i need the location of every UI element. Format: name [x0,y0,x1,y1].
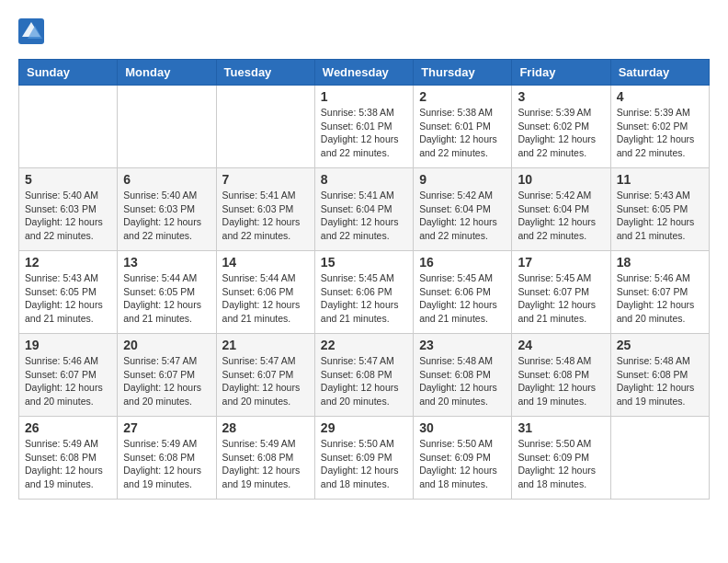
day-number: 6 [123,172,210,187]
day-info: Sunrise: 5:46 AM Sunset: 6:07 PM Dayligh… [25,354,111,408]
day-info: Sunrise: 5:40 AM Sunset: 6:03 PM Dayligh… [123,189,210,243]
calendar-week-row: 19Sunrise: 5:46 AM Sunset: 6:07 PM Dayli… [19,334,710,417]
day-number: 29 [321,420,407,435]
table-row: 30Sunrise: 5:50 AM Sunset: 6:09 PM Dayli… [414,417,512,500]
day-number: 19 [25,338,111,352]
table-row: 4Sunrise: 5:39 AM Sunset: 6:02 PM Daylig… [610,86,709,168]
table-row [118,86,216,168]
table-row: 5Sunrise: 5:40 AM Sunset: 6:03 PM Daylig… [19,168,118,251]
header [18,18,710,44]
table-row: 11Sunrise: 5:43 AM Sunset: 6:05 PM Dayli… [610,168,709,251]
table-row: 14Sunrise: 5:44 AM Sunset: 6:06 PM Dayli… [216,251,314,334]
day-info: Sunrise: 5:48 AM Sunset: 6:08 PM Dayligh… [518,354,604,408]
table-row: 6Sunrise: 5:40 AM Sunset: 6:03 PM Daylig… [118,168,216,251]
calendar-week-row: 12Sunrise: 5:43 AM Sunset: 6:05 PM Dayli… [19,251,710,334]
day-number: 27 [123,420,210,435]
day-info: Sunrise: 5:45 AM Sunset: 6:07 PM Dayligh… [518,271,604,326]
day-number: 25 [617,338,703,352]
table-row: 28Sunrise: 5:49 AM Sunset: 6:08 PM Dayli… [216,417,314,500]
day-info: Sunrise: 5:48 AM Sunset: 6:08 PM Dayligh… [419,354,506,408]
calendar-week-row: 1Sunrise: 5:38 AM Sunset: 6:01 PM Daylig… [19,86,710,168]
day-info: Sunrise: 5:38 AM Sunset: 6:01 PM Dayligh… [419,106,506,160]
table-row [610,417,709,500]
day-number: 3 [518,89,604,104]
day-number: 30 [419,420,506,435]
table-row: 18Sunrise: 5:46 AM Sunset: 6:07 PM Dayli… [610,251,709,334]
day-number: 22 [321,338,407,352]
logo-icon [18,18,44,44]
day-info: Sunrise: 5:50 AM Sunset: 6:09 PM Dayligh… [518,437,604,491]
col-header-wednesday: Wednesday [314,60,413,86]
day-number: 9 [419,172,506,187]
day-number: 13 [123,255,210,270]
col-header-sunday: Sunday [19,60,118,86]
logo [18,18,48,44]
day-info: Sunrise: 5:44 AM Sunset: 6:05 PM Dayligh… [123,271,210,326]
day-info: Sunrise: 5:46 AM Sunset: 6:07 PM Dayligh… [617,271,703,326]
col-header-monday: Monday [118,60,216,86]
table-row: 1Sunrise: 5:38 AM Sunset: 6:01 PM Daylig… [314,86,413,168]
day-number: 26 [25,420,111,435]
col-header-friday: Friday [512,60,610,86]
day-info: Sunrise: 5:47 AM Sunset: 6:07 PM Dayligh… [123,354,210,408]
table-row: 10Sunrise: 5:42 AM Sunset: 6:04 PM Dayli… [512,168,610,251]
table-row [19,86,118,168]
day-number: 7 [222,172,309,187]
col-header-saturday: Saturday [610,60,709,86]
day-info: Sunrise: 5:45 AM Sunset: 6:06 PM Dayligh… [321,271,407,326]
day-info: Sunrise: 5:45 AM Sunset: 6:06 PM Dayligh… [419,271,506,326]
day-info: Sunrise: 5:49 AM Sunset: 6:08 PM Dayligh… [25,437,111,491]
day-info: Sunrise: 5:47 AM Sunset: 6:07 PM Dayligh… [222,354,309,408]
day-number: 4 [617,89,703,104]
table-row: 15Sunrise: 5:45 AM Sunset: 6:06 PM Dayli… [314,251,413,334]
calendar-week-row: 26Sunrise: 5:49 AM Sunset: 6:08 PM Dayli… [19,417,710,500]
day-info: Sunrise: 5:39 AM Sunset: 6:02 PM Dayligh… [518,106,604,160]
table-row: 23Sunrise: 5:48 AM Sunset: 6:08 PM Dayli… [414,334,512,417]
day-number: 18 [617,255,703,270]
day-number: 16 [419,255,506,270]
day-number: 24 [518,338,604,352]
day-number: 12 [25,255,111,270]
day-info: Sunrise: 5:40 AM Sunset: 6:03 PM Dayligh… [25,189,111,243]
day-number: 2 [419,89,506,104]
table-row: 19Sunrise: 5:46 AM Sunset: 6:07 PM Dayli… [19,334,118,417]
table-row: 25Sunrise: 5:48 AM Sunset: 6:08 PM Dayli… [610,334,709,417]
col-header-tuesday: Tuesday [216,60,314,86]
table-row: 22Sunrise: 5:47 AM Sunset: 6:08 PM Dayli… [314,334,413,417]
day-number: 31 [518,420,604,435]
day-info: Sunrise: 5:50 AM Sunset: 6:09 PM Dayligh… [321,437,407,491]
day-number: 17 [518,255,604,270]
day-info: Sunrise: 5:42 AM Sunset: 6:04 PM Dayligh… [518,189,604,243]
day-number: 21 [222,338,309,352]
day-info: Sunrise: 5:42 AM Sunset: 6:04 PM Dayligh… [419,189,506,243]
table-row: 17Sunrise: 5:45 AM Sunset: 6:07 PM Dayli… [512,251,610,334]
day-info: Sunrise: 5:48 AM Sunset: 6:08 PM Dayligh… [617,354,703,408]
day-info: Sunrise: 5:41 AM Sunset: 6:04 PM Dayligh… [321,189,407,243]
table-row: 2Sunrise: 5:38 AM Sunset: 6:01 PM Daylig… [414,86,512,168]
calendar-week-row: 5Sunrise: 5:40 AM Sunset: 6:03 PM Daylig… [19,168,710,251]
day-info: Sunrise: 5:49 AM Sunset: 6:08 PM Dayligh… [123,437,210,491]
table-row [216,86,314,168]
day-number: 15 [321,255,407,270]
day-info: Sunrise: 5:50 AM Sunset: 6:09 PM Dayligh… [419,437,506,491]
table-row: 26Sunrise: 5:49 AM Sunset: 6:08 PM Dayli… [19,417,118,500]
table-row: 29Sunrise: 5:50 AM Sunset: 6:09 PM Dayli… [314,417,413,500]
day-number: 14 [222,255,309,270]
day-info: Sunrise: 5:43 AM Sunset: 6:05 PM Dayligh… [25,271,111,326]
day-info: Sunrise: 5:44 AM Sunset: 6:06 PM Dayligh… [222,271,309,326]
calendar-page: SundayMondayTuesdayWednesdayThursdayFrid… [0,0,728,518]
day-info: Sunrise: 5:39 AM Sunset: 6:02 PM Dayligh… [617,106,703,160]
table-row: 9Sunrise: 5:42 AM Sunset: 6:04 PM Daylig… [414,168,512,251]
table-row: 21Sunrise: 5:47 AM Sunset: 6:07 PM Dayli… [216,334,314,417]
day-number: 5 [25,172,111,187]
day-number: 11 [617,172,703,187]
table-row: 20Sunrise: 5:47 AM Sunset: 6:07 PM Dayli… [118,334,216,417]
col-header-thursday: Thursday [414,60,512,86]
day-number: 28 [222,420,309,435]
day-number: 20 [123,338,210,352]
day-info: Sunrise: 5:47 AM Sunset: 6:08 PM Dayligh… [321,354,407,408]
day-number: 23 [419,338,506,352]
day-info: Sunrise: 5:38 AM Sunset: 6:01 PM Dayligh… [321,106,407,160]
day-info: Sunrise: 5:41 AM Sunset: 6:03 PM Dayligh… [222,189,309,243]
table-row: 13Sunrise: 5:44 AM Sunset: 6:05 PM Dayli… [118,251,216,334]
